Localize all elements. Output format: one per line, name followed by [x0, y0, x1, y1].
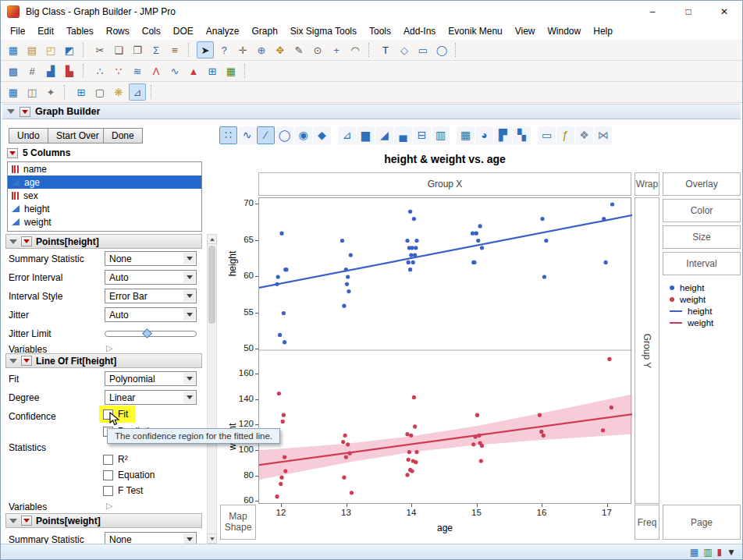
lasso-tool-icon[interactable]: ◠ [347, 41, 364, 58]
grid-icon[interactable]: ⊞ [73, 83, 90, 101]
points-weight-panel-header[interactable]: Points[weight] [5, 513, 202, 528]
equation-option[interactable]: Equation [103, 468, 155, 482]
two-sample-icon[interactable]: Λ [148, 62, 165, 80]
script-icon[interactable]: ≡ [166, 41, 183, 58]
new-data-table-icon[interactable]: ▦ [5, 41, 22, 58]
fit-model-icon[interactable]: ≋ [129, 62, 146, 80]
red-triangle-menu-icon[interactable] [7, 148, 18, 158]
contour-element-icon[interactable]: ◉ [294, 126, 312, 144]
points-element-icon[interactable]: ∷ [219, 126, 237, 144]
paste-icon[interactable]: ❐ [129, 41, 146, 58]
degree-select[interactable]: Linear [105, 390, 197, 405]
page-drop-zone[interactable]: Page [663, 505, 741, 540]
annotate-tool-icon[interactable]: T [377, 41, 394, 58]
graph-builder-header[interactable]: Graph Builder [2, 104, 741, 119]
rectangle-tool-icon[interactable]: ▭ [414, 41, 432, 58]
selection-status-icon[interactable]: ▮ [717, 547, 723, 558]
rsquare-checkbox[interactable] [103, 455, 113, 465]
interval-style-select[interactable]: Error Bar [105, 289, 197, 303]
freq-drop-zone[interactable]: Freq [635, 505, 659, 540]
interval-drop-zone[interactable]: Interval [663, 252, 741, 275]
status-dropdown-icon[interactable]: ▼ [727, 547, 736, 558]
start-over-button[interactable]: Start Over [48, 128, 108, 144]
points-height-panel-header[interactable]: Points[height] [5, 234, 202, 249]
menu-edit[interactable]: Edit [31, 23, 60, 39]
maximize-button[interactable]: □ [670, 1, 706, 23]
red-triangle-menu-icon[interactable] [21, 516, 32, 526]
brush-tool-icon[interactable]: ✎ [290, 41, 308, 58]
column-item-name[interactable]: name [8, 162, 201, 175]
collapse-triangle-icon[interactable] [9, 239, 17, 244]
menu-analyze[interactable]: Analyze [200, 23, 246, 39]
graph-builder-icon[interactable]: ▦ [5, 83, 22, 101]
fit-select[interactable]: Polynomial [105, 371, 197, 386]
menu-evonik-menu[interactable]: Evonik Menu [442, 23, 508, 39]
recode-icon[interactable]: ▙ [61, 62, 78, 80]
new-journal-icon[interactable]: ▤ [23, 41, 41, 58]
menu-window[interactable]: Window [542, 23, 588, 39]
open-icon[interactable]: ◰ [42, 41, 59, 58]
journal-pane-icon[interactable]: ◫ [23, 83, 41, 101]
menu-cols[interactable]: Cols [136, 23, 167, 39]
jitter-limit-slider[interactable] [105, 328, 197, 339]
jitter-select[interactable]: Auto [105, 307, 197, 322]
oval-tool-icon[interactable]: ◯ [433, 41, 450, 58]
column-viewer-icon[interactable]: # [23, 62, 41, 80]
group-y-drop-zone[interactable]: Group Y [635, 197, 659, 504]
heatmap-element-icon[interactable]: ▦ [457, 126, 475, 144]
burst-icon[interactable]: ❋ [110, 83, 127, 101]
globe-tool-icon[interactable]: ⊕ [253, 41, 270, 58]
done-button[interactable]: Done [103, 128, 143, 144]
ftest-option[interactable]: F Test [103, 484, 143, 498]
error-interval-select[interactable]: Auto [105, 270, 197, 285]
copy-icon[interactable]: ❏ [110, 41, 127, 58]
help-tool-icon[interactable]: ? [215, 41, 233, 58]
crosshair-tool-icon[interactable]: ✛ [234, 41, 251, 58]
mosaic-element-icon[interactable]: ▚ [513, 126, 531, 144]
graph-grid-icon[interactable]: ▦ [222, 62, 240, 80]
menu-six-sigma-tools[interactable]: Six Sigma Tools [284, 23, 363, 39]
equation-checkbox[interactable] [103, 470, 113, 480]
violin-element-icon[interactable]: ◆ [313, 126, 331, 144]
tabulate-icon[interactable]: ⊞ [204, 62, 221, 80]
collapse-triangle-icon[interactable] [7, 109, 15, 114]
distribution-icon[interactable]: ▟ [42, 62, 59, 80]
scrollbar-thumb[interactable] [208, 246, 215, 324]
box-plot-element-icon[interactable]: ⊟ [413, 126, 431, 144]
column-item-age[interactable]: age [8, 175, 201, 189]
scroll-down-arrow[interactable] [207, 533, 217, 544]
disclosure-triangle-icon[interactable]: ▷ [106, 501, 112, 511]
histogram-element-icon[interactable]: ▄ [394, 126, 412, 144]
line-element-icon[interactable]: ⊿ [338, 126, 356, 144]
summary-icon[interactable]: Σ [148, 41, 165, 58]
columns-status-icon[interactable]: ▥ [703, 547, 712, 558]
menu-help[interactable]: Help [587, 23, 619, 39]
scroll-up-arrow[interactable] [207, 234, 217, 244]
treemap-element-icon[interactable]: ▛ [494, 126, 512, 144]
menu-tables[interactable]: Tables [60, 23, 100, 39]
caption-box-element-icon[interactable]: ▭ [538, 126, 556, 144]
column-item-height[interactable]: height [8, 202, 201, 215]
collapse-triangle-icon[interactable] [9, 519, 17, 523]
menu-tools[interactable]: Tools [363, 23, 397, 39]
column-item-sex[interactable]: sex [8, 189, 201, 202]
grabber-tool-icon[interactable]: ✥ [272, 41, 289, 58]
pie-element-icon[interactable]: ◕ [475, 126, 493, 144]
polygon-tool-icon[interactable]: ◇ [396, 41, 413, 58]
menu-view[interactable]: View [509, 23, 542, 39]
close-button[interactable]: ✕ [706, 1, 742, 23]
arrow-tool-icon[interactable]: ➤ [197, 41, 214, 58]
menu-rows[interactable]: Rows [100, 23, 136, 39]
size-drop-zone[interactable]: Size [663, 225, 741, 249]
save-icon[interactable]: ◩ [61, 41, 78, 58]
interval-bars-element-icon[interactable]: ▥ [432, 126, 450, 144]
plot-area[interactable] [258, 197, 631, 504]
collapse-triangle-icon[interactable] [9, 359, 17, 363]
area-element-icon[interactable]: ◢ [375, 126, 393, 144]
menu-graph[interactable]: Graph [245, 23, 283, 39]
menu-add-ins[interactable]: Add-Ins [397, 23, 442, 39]
ftest-checkbox[interactable] [103, 486, 113, 496]
disclosure-triangle-icon[interactable]: ▷ [106, 343, 112, 353]
minimize-button[interactable]: – [635, 1, 670, 23]
data-table-status-icon[interactable]: ▦ [690, 547, 699, 558]
